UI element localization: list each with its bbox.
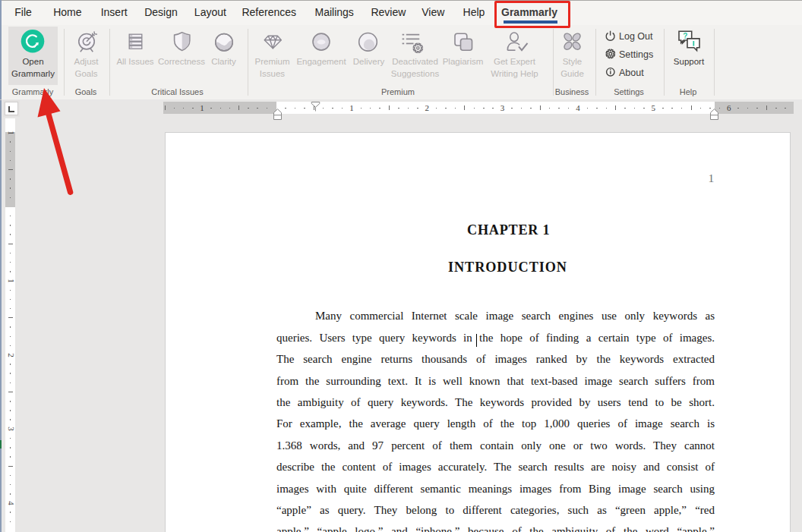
svg-text:?: ?	[683, 32, 687, 40]
